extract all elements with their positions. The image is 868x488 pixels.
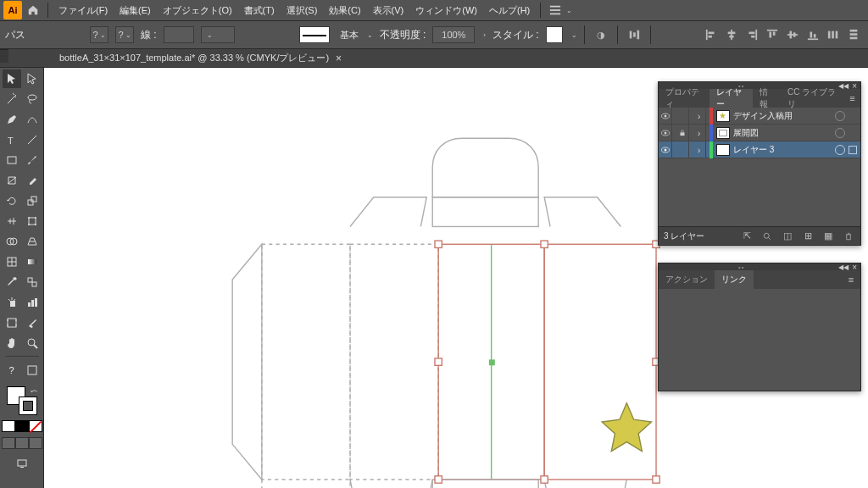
draw-behind[interactable] xyxy=(15,437,29,449)
new-layer-icon[interactable]: ▦ xyxy=(821,230,835,243)
clip-mask-icon[interactable]: ◫ xyxy=(781,230,794,243)
menu-view[interactable]: 表示(V) xyxy=(368,3,409,19)
perspective-tool[interactable] xyxy=(23,232,42,251)
stroke-color-swatch[interactable] xyxy=(164,26,194,43)
menu-effect[interactable]: 効果(C) xyxy=(324,3,365,19)
layer-row[interactable]: › デザイン入稿用 xyxy=(659,108,860,125)
menu-select[interactable]: 選択(S) xyxy=(281,3,323,19)
stroke-weight-field[interactable]: ⌄ xyxy=(201,26,235,43)
document-tab[interactable]: bottleA_31×31×107_template.ai* @ 33.33 %… xyxy=(51,49,350,68)
tab-layers[interactable]: レイヤー xyxy=(709,89,753,108)
target-icon[interactable] xyxy=(835,111,845,121)
menu-object[interactable]: オブジェクト(O) xyxy=(158,3,237,19)
selection-indicator[interactable] xyxy=(849,146,857,154)
layer-row[interactable]: › レイヤー 3 xyxy=(659,141,860,158)
layer-row[interactable]: › 展開図 xyxy=(659,125,860,141)
align-icon[interactable] xyxy=(625,25,643,44)
width-tool[interactable] xyxy=(3,212,21,230)
direct-selection-tool[interactable] xyxy=(23,69,42,88)
opacity-field[interactable]: 100% xyxy=(432,26,475,43)
draw-normal[interactable] xyxy=(2,437,15,449)
app-icon[interactable]: Ai xyxy=(3,1,22,19)
tab-cc-libraries[interactable]: CC ライブラリ xyxy=(781,89,844,108)
align-vcenter-icon[interactable] xyxy=(783,25,802,44)
lasso-tool[interactable] xyxy=(23,90,42,108)
layer-name[interactable]: デザイン入稿用 xyxy=(733,110,832,122)
dock-strip[interactable] xyxy=(0,49,8,63)
menu-edit[interactable]: 編集(E) xyxy=(114,3,156,19)
draw-inside[interactable] xyxy=(29,437,42,449)
rotate-tool[interactable] xyxy=(3,191,21,210)
color-mode-gradient[interactable] xyxy=(15,420,29,432)
align-left-icon[interactable] xyxy=(702,25,721,44)
menu-type[interactable]: 書式(T) xyxy=(239,3,280,19)
layer-name[interactable]: レイヤー 3 xyxy=(733,144,832,156)
tab-actions[interactable]: アクション xyxy=(659,270,715,289)
delete-layer-icon[interactable] xyxy=(842,230,855,243)
selection-indicator[interactable] xyxy=(849,112,857,120)
recolor-icon[interactable]: ◑ xyxy=(592,25,610,44)
curvature-tool[interactable] xyxy=(23,110,42,129)
menu-help[interactable]: ヘルプ(H) xyxy=(484,3,535,19)
blend-tool[interactable] xyxy=(23,273,42,291)
free-transform-tool[interactable] xyxy=(23,212,42,230)
chevron-down-icon[interactable]: › xyxy=(483,31,486,39)
visibility-toggle[interactable] xyxy=(659,108,672,125)
tab-info[interactable]: 情報 xyxy=(753,89,781,108)
lock-toggle[interactable] xyxy=(676,141,689,158)
expand-toggle[interactable]: › xyxy=(693,141,706,158)
unknown-tool[interactable]: ? xyxy=(3,361,21,380)
chevron-down-icon[interactable]: ⌄ xyxy=(367,31,373,39)
tab-properties[interactable]: プロパティ xyxy=(659,89,709,108)
rectangle-tool[interactable] xyxy=(3,151,21,169)
export-icon[interactable]: ⇱ xyxy=(740,230,754,243)
distribute-h-icon[interactable] xyxy=(824,25,843,44)
locate-icon[interactable] xyxy=(760,230,774,243)
artboard-tool[interactable] xyxy=(3,313,21,332)
home-icon[interactable] xyxy=(24,1,42,19)
menu-file[interactable]: ファイル(F) xyxy=(53,3,113,19)
swap-fill-stroke-icon[interactable]: ⤺ xyxy=(31,386,37,396)
shape-builder-tool[interactable] xyxy=(3,232,21,251)
screen-mode-tool[interactable] xyxy=(13,454,31,473)
align-top-icon[interactable] xyxy=(763,25,782,44)
toggle-tool[interactable] xyxy=(23,361,42,380)
shaper-tool[interactable] xyxy=(3,171,21,190)
expand-toggle[interactable]: › xyxy=(693,125,706,141)
new-sublayer-icon[interactable]: ⊞ xyxy=(801,230,815,243)
color-mode-color[interactable] xyxy=(2,420,15,432)
panel-dragbar[interactable]: •• ◀◀ × xyxy=(659,263,860,270)
align-right-icon[interactable] xyxy=(743,25,761,44)
workspace-switcher[interactable]: ⌄ xyxy=(546,3,576,18)
selection-indicator[interactable] xyxy=(849,129,857,137)
slice-tool[interactable] xyxy=(23,313,42,332)
hand-tool[interactable] xyxy=(3,334,21,352)
symbol-sprayer-tool[interactable] xyxy=(3,293,21,312)
scale-tool[interactable] xyxy=(23,191,42,210)
eyedropper-tool[interactable] xyxy=(3,273,21,291)
close-icon[interactable]: × xyxy=(336,53,342,64)
gradient-tool[interactable] xyxy=(23,252,42,271)
fill-stroke-swatches[interactable]: ⤺ xyxy=(5,385,39,417)
distribute-v-icon[interactable] xyxy=(844,25,863,44)
expand-toggle[interactable]: › xyxy=(693,108,706,125)
lock-toggle[interactable] xyxy=(676,108,689,125)
selection-tool[interactable] xyxy=(3,69,21,88)
stroke-swatch-field[interactable]: ?⌄ xyxy=(115,26,134,43)
mesh-tool[interactable] xyxy=(3,252,21,271)
chevron-down-icon[interactable]: ⌄ xyxy=(571,31,577,39)
column-graph-tool[interactable] xyxy=(23,293,42,312)
type-tool[interactable]: T xyxy=(3,130,21,149)
zoom-tool[interactable] xyxy=(23,334,42,352)
menu-window[interactable]: ウィンドウ(W) xyxy=(410,3,482,19)
line-tool[interactable] xyxy=(23,130,42,149)
graphic-style-swatch[interactable] xyxy=(546,26,563,43)
target-icon[interactable] xyxy=(835,128,845,138)
panel-menu-icon[interactable]: ≡ xyxy=(844,89,860,108)
layer-name[interactable]: 展開図 xyxy=(733,127,832,139)
target-icon[interactable] xyxy=(835,145,845,155)
tab-links[interactable]: リンク xyxy=(715,270,754,289)
pen-tool[interactable] xyxy=(3,110,21,129)
fill-swatch-field[interactable]: ?⌄ xyxy=(90,26,108,43)
visibility-toggle[interactable] xyxy=(659,125,672,141)
